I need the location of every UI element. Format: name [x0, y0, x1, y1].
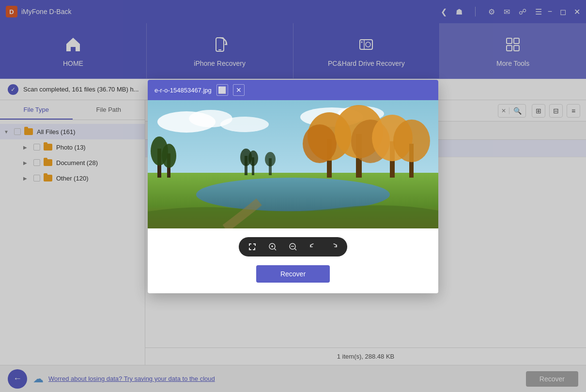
modal-overlay: e-r-o-154853467.jpg ⬜ ✕	[0, 0, 586, 392]
rotate-right-btn[interactable]	[327, 240, 340, 254]
zoom-out-btn[interactable]	[286, 240, 300, 254]
svg-line-43	[295, 249, 297, 251]
zoom-in-btn[interactable]	[266, 240, 279, 254]
controls-pill	[239, 237, 347, 256]
fullscreen-btn[interactable]	[246, 240, 259, 254]
preview-image	[148, 100, 438, 228]
modal-controls	[148, 228, 438, 260]
svg-point-20	[162, 144, 176, 168]
modal-header: e-r-o-154853467.jpg ⬜ ✕	[148, 80, 438, 100]
svg-point-34	[248, 151, 258, 166]
rotate-left-btn[interactable]	[307, 240, 320, 254]
svg-point-36	[265, 152, 276, 166]
image-preview-modal: e-r-o-154853467.jpg ⬜ ✕	[148, 80, 438, 293]
modal-close-btn[interactable]: ✕	[233, 84, 245, 96]
modal-recover-area: Recover	[148, 260, 438, 293]
svg-point-23	[303, 124, 337, 163]
modal-title: e-r-o-154853467.jpg	[154, 87, 212, 94]
svg-point-30	[393, 120, 430, 162]
svg-line-40	[275, 249, 277, 251]
svg-point-12	[220, 117, 269, 132]
modal-maximize-btn[interactable]: ⬜	[216, 84, 228, 96]
modal-recover-button[interactable]: Recover	[256, 265, 330, 283]
